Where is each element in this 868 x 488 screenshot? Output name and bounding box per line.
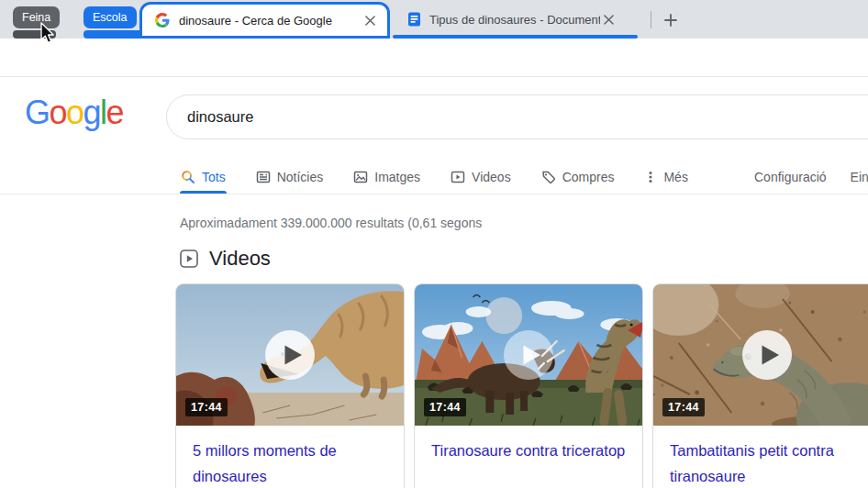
play-button-icon[interactable]	[265, 330, 315, 380]
tab-tots[interactable]: Tots	[180, 160, 227, 194]
videos-section-title: Videos	[209, 247, 271, 271]
search-icon	[181, 170, 195, 184]
google-g-icon	[155, 13, 170, 28]
results-nav: Tots Notícies Imatges	[0, 160, 868, 194]
tab-group-escola-label[interactable]: Escola	[83, 6, 137, 28]
tab-google-search[interactable]: dinosaure - Cerca de Google	[139, 2, 390, 39]
shopping-tag-icon	[541, 170, 556, 184]
tab-videos[interactable]: Videos	[450, 160, 512, 194]
tools-link[interactable]: Eines	[851, 170, 868, 184]
tab-title: Tipus de dinosaures - Document	[429, 13, 600, 27]
video-duration-badge: 17:44	[185, 398, 228, 416]
settings-link[interactable]: Configuració	[754, 170, 827, 184]
video-thumbnail-trex-triceratops[interactable]: 17:44	[415, 284, 642, 426]
play-button-icon[interactable]	[504, 330, 553, 380]
new-tab-button[interactable]	[658, 7, 683, 32]
search-query-text: dinosaure	[187, 108, 253, 126]
video-title-link[interactable]: 5 millors moments de dinosaures	[176, 426, 404, 488]
tab-separator	[651, 11, 651, 28]
results-stats: Aproximadament 339.000.000 resultats (0,…	[180, 216, 482, 230]
tab-title: dinosaure - Cerca de Google	[179, 14, 362, 28]
tab-mes[interactable]: Més	[643, 160, 688, 194]
google-docs-icon	[407, 12, 421, 27]
tab-noticies[interactable]: Notícies	[255, 160, 325, 194]
google-logo[interactable]: Google	[25, 94, 123, 132]
videos-section-icon	[180, 250, 198, 268]
video-card[interactable]: 17:44 Tiranosaure contra triceratop	[414, 283, 643, 488]
search-input[interactable]: dinosaure	[166, 94, 868, 139]
video-thumbnail-carnotaurus[interactable]: 17:44	[176, 284, 404, 426]
mouse-cursor	[40, 22, 56, 45]
tab-imatges[interactable]: Imatges	[352, 160, 421, 194]
tab-strip: Feina Escola dinosaure - Cerca de Google	[0, 0, 868, 39]
tab-compres[interactable]: Compres	[540, 160, 616, 194]
tab-docs[interactable]: Tipus de dinosaures - Document	[393, 6, 639, 33]
browser-toolbar	[0, 39, 868, 77]
google-results-page: Google dinosaure Tots	[0, 77, 868, 488]
videos-icon	[451, 170, 465, 184]
video-cards-row: 17:44 5 millors moments de dinosaures	[175, 283, 868, 488]
video-duration-badge: 17:44	[662, 398, 705, 416]
videos-section-header: Videos	[180, 247, 271, 271]
video-title-link[interactable]: Tiranosaure contra triceratop	[415, 426, 642, 463]
close-tab-icon[interactable]	[362, 12, 378, 28]
news-icon	[256, 170, 271, 184]
play-button-icon[interactable]	[742, 330, 792, 380]
more-dots-icon	[644, 170, 657, 184]
video-duration-badge: 17:44	[424, 398, 466, 416]
video-card[interactable]: 17:44 Tambatitanis petit contra tiranosa…	[652, 283, 868, 488]
images-icon	[353, 170, 368, 184]
close-tab-icon[interactable]	[600, 11, 617, 28]
video-card[interactable]: 17:44 5 millors moments de dinosaures	[175, 283, 405, 488]
video-thumbnail-baby-dinosaur[interactable]: 17:44	[653, 284, 868, 426]
video-title-link[interactable]: Tambatitanis petit contra tiranosaure	[653, 426, 868, 488]
